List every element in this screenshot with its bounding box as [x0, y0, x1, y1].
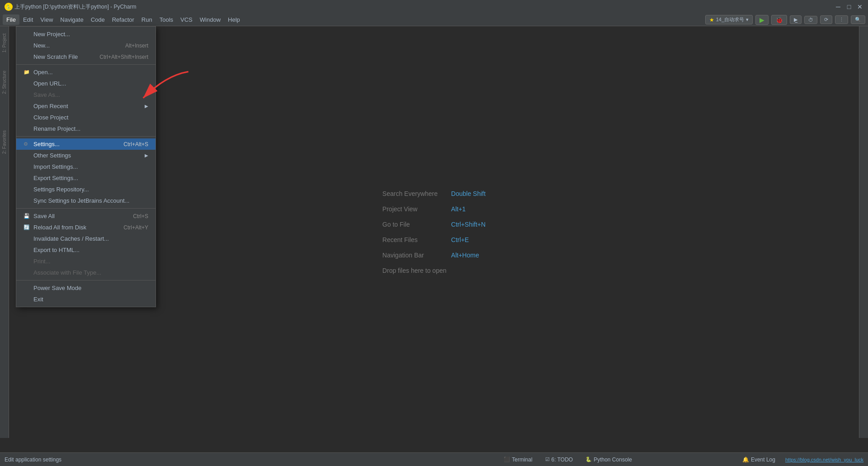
- open-url-label: Open URL...: [33, 80, 66, 87]
- status-bar-right: ⬛ Terminal ☑ 6: TODO 🐍 Python Console 🔔 …: [501, 456, 863, 464]
- title-bar-controls: ─ □ ✕: [835, 3, 863, 10]
- menu-item-close-project[interactable]: Close Project: [16, 112, 156, 123]
- open-icon: 📁: [24, 69, 31, 75]
- print-label: Print...: [33, 258, 51, 265]
- hint-drop-files: Drop files here to open: [382, 267, 486, 274]
- menu-run[interactable]: Run: [138, 14, 156, 25]
- structure-tab[interactable]: 2: Structure: [1, 67, 8, 98]
- menu-item-sync-settings[interactable]: Sync Settings to JetBrains Account...: [16, 195, 156, 206]
- app-icon: 🐍: [5, 3, 13, 11]
- menu-item-import-settings[interactable]: Import Settings...: [16, 161, 156, 172]
- settings-repo-label: Settings Repository...: [33, 186, 89, 193]
- reload-shortcut: Ctrl+Alt+Y: [123, 224, 148, 231]
- menu-bar: File Edit View Navigate Code Refactor Ru…: [0, 14, 868, 26]
- menu-item-export-html[interactable]: Export to HTML...: [16, 244, 156, 256]
- save-as-label: Save As...: [33, 91, 60, 98]
- hint-search-everywhere-shortcut: Double Shift: [451, 190, 486, 197]
- menu-item-new-scratch[interactable]: New Scratch File Ctrl+Alt+Shift+Insert: [16, 51, 156, 62]
- menu-item-other-settings[interactable]: Other Settings ▶: [16, 150, 156, 161]
- build-button[interactable]: ⟳: [820, 15, 832, 24]
- save-all-shortcut: Ctrl+S: [133, 213, 148, 219]
- menu-help[interactable]: Help: [224, 14, 244, 25]
- debug-button[interactable]: 🐞: [771, 15, 787, 25]
- menu-item-invalidate-caches[interactable]: Invalidate Caches / Restart...: [16, 233, 156, 244]
- python-console-label: Python Console: [594, 456, 632, 463]
- menu-item-open[interactable]: 📁 Open...: [16, 67, 156, 78]
- menu-window[interactable]: Window: [196, 14, 224, 25]
- menu-item-open-recent[interactable]: Open Recent ▶: [16, 100, 156, 112]
- terminal-tab[interactable]: ⬛ Terminal: [501, 456, 535, 464]
- reload-icon: 🔄: [24, 224, 31, 230]
- hint-goto-file: Go to File Ctrl+Shift+N: [382, 221, 486, 228]
- minimize-button[interactable]: ─: [835, 3, 842, 10]
- menu-item-exit[interactable]: Exit: [16, 294, 156, 305]
- menu-item-associate-file-type: Associate with File Type...: [16, 267, 156, 278]
- import-settings-label: Import Settings...: [33, 163, 78, 170]
- menu-item-reload[interactable]: 🔄 Reload All from Disk Ctrl+Alt+Y: [16, 222, 156, 233]
- menu-item-settings-repository[interactable]: Settings Repository...: [16, 184, 156, 195]
- terminal-icon: ⬛: [504, 456, 510, 462]
- python-console-icon: 🐍: [585, 456, 592, 462]
- separator-2: [16, 136, 156, 137]
- export-html-label: Export to HTML...: [33, 247, 80, 253]
- file-dropdown-menu: New Project... New... Alt+Insert New Scr…: [16, 26, 156, 307]
- menu-refactor[interactable]: Refactor: [108, 14, 138, 25]
- settings-icon: ⚙: [24, 141, 31, 147]
- menu-item-open-url[interactable]: Open URL...: [16, 78, 156, 89]
- event-log-label: Event Log: [751, 456, 775, 463]
- menu-code[interactable]: Code: [87, 14, 108, 25]
- python-console-tab[interactable]: 🐍 Python Console: [583, 456, 635, 464]
- menu-tools[interactable]: Tools: [156, 14, 177, 25]
- hint-drop-files-label: Drop files here to open: [382, 267, 447, 274]
- menu-item-power-save[interactable]: Power Save Mode: [16, 282, 156, 294]
- project-tab[interactable]: 1: Project: [1, 30, 8, 56]
- title-text: 上手python [D:\python资料\上手python] - PyChar…: [14, 3, 136, 11]
- terminal-label: Terminal: [512, 456, 532, 463]
- save-all-icon: 💾: [24, 213, 31, 219]
- more-button[interactable]: ⋮: [835, 15, 848, 24]
- other-settings-arrow: ▶: [145, 153, 148, 158]
- hint-recent-files-shortcut: Ctrl+E: [451, 236, 469, 243]
- menu-vcs[interactable]: VCS: [177, 14, 196, 25]
- run-config-selector[interactable]: ★ 14_自动求号 ▾: [705, 15, 753, 24]
- hint-goto-file-shortcut: Ctrl+Shift+N: [451, 221, 486, 228]
- menu-item-rename-project[interactable]: Rename Project...: [16, 123, 156, 134]
- favorites-tab[interactable]: 2: Favorites: [1, 127, 8, 157]
- csdn-link[interactable]: https://blog.csdn.net/wish_you_luck: [785, 457, 863, 462]
- new-project-label: New Project...: [33, 31, 70, 38]
- menu-item-save-all[interactable]: 💾 Save All Ctrl+S: [16, 210, 156, 222]
- menu-navigate[interactable]: Navigate: [57, 14, 87, 25]
- separator-4: [16, 280, 156, 281]
- menu-item-new[interactable]: New... Alt+Insert: [16, 40, 156, 51]
- menu-item-settings[interactable]: ⚙ Settings... Ctrl+Alt+S: [16, 138, 156, 150]
- run-config-label: 14_自动求号: [716, 16, 744, 23]
- profile-button[interactable]: ⏱: [804, 16, 817, 24]
- associate-label: Associate with File Type...: [33, 269, 101, 276]
- hints-area: Search Everywhere Double Shift Project V…: [373, 181, 495, 283]
- close-button[interactable]: ✕: [856, 3, 863, 10]
- exit-label: Exit: [33, 296, 43, 303]
- title-bar: 🐍 上手python [D:\python资料\上手python] - PyCh…: [0, 0, 868, 14]
- separator-1: [16, 64, 156, 65]
- event-log-icon: 🔔: [742, 456, 749, 463]
- invalidate-label: Invalidate Caches / Restart...: [33, 235, 109, 242]
- power-save-label: Power Save Mode: [33, 285, 81, 291]
- menu-file[interactable]: File: [3, 14, 19, 25]
- search-button[interactable]: 🔍: [851, 15, 865, 24]
- todo-tab[interactable]: ☑ 6: TODO: [542, 456, 576, 464]
- maximize-button[interactable]: □: [845, 3, 853, 10]
- coverage-button[interactable]: ▶̲: [790, 15, 802, 24]
- other-settings-label: Other Settings: [33, 152, 71, 159]
- hint-navigation-bar-shortcut: Alt+Home: [451, 252, 479, 259]
- reload-label: Reload All from Disk: [33, 224, 86, 231]
- menu-view[interactable]: View: [37, 14, 57, 25]
- menu-edit[interactable]: Edit: [19, 14, 37, 25]
- settings-shortcut: Ctrl+Alt+S: [123, 141, 148, 147]
- hint-recent-files-label: Recent Files: [382, 236, 446, 243]
- export-settings-label: Export Settings...: [33, 175, 78, 181]
- menu-item-new-project[interactable]: New Project...: [16, 29, 156, 40]
- run-button[interactable]: ▶: [755, 15, 769, 25]
- hint-navigation-bar: Navigation Bar Alt+Home: [382, 252, 486, 259]
- event-log-button[interactable]: 🔔 Event Log: [740, 456, 778, 464]
- menu-item-export-settings[interactable]: Export Settings...: [16, 172, 156, 184]
